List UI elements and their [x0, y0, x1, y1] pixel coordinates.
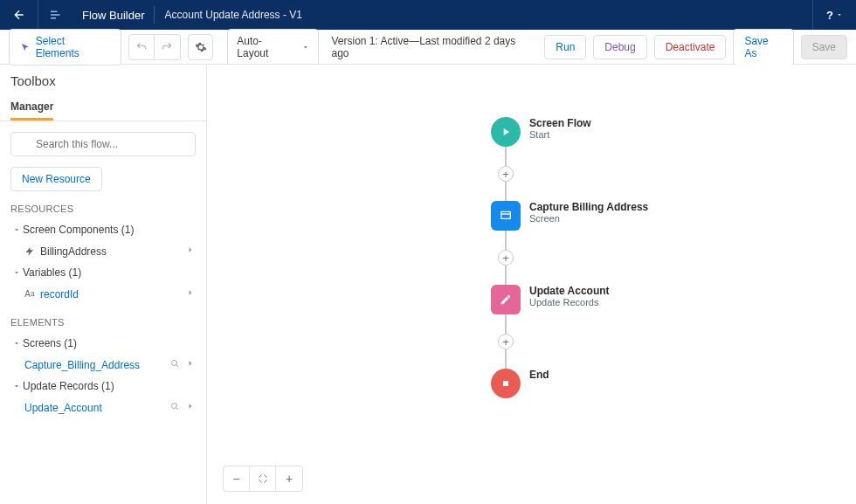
layout-mode-label: Auto-Layout — [237, 35, 292, 59]
search-icon — [169, 401, 180, 411]
fit-icon — [258, 473, 268, 484]
app-header: Flow Builder Account Update Address - V1… — [0, 0, 856, 30]
screen-icon — [491, 201, 521, 231]
flow: Screen Flow Start + Capture Billing Addr… — [491, 117, 648, 398]
run-button[interactable]: Run — [544, 35, 586, 59]
node-text: End — [529, 369, 549, 381]
tree-group-label: Update Records (1) — [23, 380, 196, 392]
gear-icon — [195, 41, 207, 53]
arrow-left-icon — [12, 8, 26, 22]
tree-item-capture-billing-address[interactable]: Capture_Billing_Address — [10, 354, 196, 376]
tree-item-recordid[interactable]: Aa recordId — [10, 283, 196, 305]
node-update[interactable]: Update Account Update Records — [491, 285, 648, 314]
tree-group-screens[interactable]: Screens (1) — [10, 333, 196, 354]
edit-icon — [491, 285, 521, 314]
tree-item-update-account[interactable]: Update_Account — [10, 397, 196, 418]
connector — [505, 182, 507, 201]
sidebar-tabs: Manager — [0, 93, 206, 121]
help-button[interactable]: ? — [812, 0, 856, 30]
chevron-right-icon — [185, 287, 196, 298]
play-icon — [491, 117, 521, 147]
chevron-down-icon — [836, 11, 843, 18]
connector — [505, 147, 507, 166]
canvas[interactable]: Screen Flow Start + Capture Billing Addr… — [207, 65, 856, 504]
chevron-down-icon — [12, 382, 21, 390]
tree-item-label: Capture_Billing_Address — [23, 359, 164, 371]
search-wrap — [10, 132, 196, 156]
add-node-button[interactable]: + — [498, 166, 514, 182]
search-icon — [169, 358, 180, 369]
tree-item-label: recordId — [37, 288, 180, 300]
tree-group-variables[interactable]: Variables (1) — [10, 262, 196, 283]
svg-point-2 — [172, 404, 177, 409]
chevron-right-icon — [185, 245, 196, 255]
elements-section-label: ELEMENTS — [10, 317, 196, 328]
back-button[interactable] — [0, 0, 38, 30]
select-elements-button[interactable]: Select Elements — [9, 29, 121, 66]
settings-button[interactable] — [188, 34, 213, 60]
app-title: Flow Builder — [73, 9, 154, 22]
debug-button[interactable]: Debug — [593, 35, 646, 59]
new-resource-button[interactable]: New Resource — [10, 167, 102, 191]
version-status: Version 1: Active—Last modified 2 days a… — [326, 35, 537, 59]
undo-icon — [135, 41, 148, 53]
undo-button[interactable] — [128, 34, 155, 60]
chevron-down-icon — [12, 268, 21, 277]
connector — [505, 266, 507, 285]
node-subtitle: Start — [529, 129, 591, 140]
chevron-down-icon — [12, 339, 21, 348]
deactivate-button[interactable]: Deactivate — [654, 35, 727, 59]
redo-icon — [161, 41, 173, 53]
resources-section-label: RESOURCES — [10, 204, 196, 214]
layout-mode-select[interactable]: Auto-Layout — [227, 29, 319, 66]
tree-group-label: Variables (1) — [23, 266, 196, 279]
node-end[interactable]: End — [491, 369, 648, 398]
node-subtitle: Update Records — [529, 297, 610, 307]
toolbar: Select Elements Auto-Layout Version 1: A… — [0, 30, 856, 65]
redo-button[interactable] — [155, 34, 181, 60]
tree-group-label: Screen Components (1) — [23, 224, 196, 236]
tree-group-label: Screens (1) — [23, 337, 196, 349]
zoom-out-button[interactable]: − — [224, 466, 250, 491]
sidebar-title: Toolbox — [0, 65, 206, 93]
cursor-icon — [20, 42, 31, 52]
tree-item-label: Update_Account — [23, 402, 164, 414]
node-title: End — [529, 369, 549, 381]
node-title: Screen Flow — [529, 117, 591, 129]
tree-group-screen-components[interactable]: Screen Components (1) — [10, 219, 196, 240]
connector — [505, 231, 507, 250]
tab-manager[interactable]: Manager — [10, 93, 53, 121]
zoom-fit-button[interactable] — [250, 466, 276, 491]
flow-builder-icon — [38, 7, 73, 23]
tree-group-update-records[interactable]: Update Records (1) — [10, 376, 196, 397]
workspace: Toolbox Manager New Resource RESOURCES S… — [0, 65, 856, 504]
save-button: Save — [801, 35, 847, 59]
connector — [505, 349, 507, 369]
chevron-down-icon — [301, 43, 310, 52]
search-input[interactable] — [10, 132, 196, 156]
select-elements-label: Select Elements — [36, 35, 110, 59]
node-text: Capture Billing Address Screen — [529, 201, 648, 224]
connector — [505, 314, 507, 334]
tree-item-label: BillingAddress — [37, 245, 180, 258]
lightning-icon — [24, 246, 35, 257]
node-subtitle: Screen — [529, 213, 648, 224]
node-start[interactable]: Screen Flow Start — [491, 117, 648, 147]
zoom-control: − + — [223, 466, 303, 492]
tree-item-billingaddress[interactable]: BillingAddress — [10, 240, 196, 262]
help-icon: ? — [826, 9, 833, 22]
node-screen[interactable]: Capture Billing Address Screen — [491, 201, 648, 231]
add-node-button[interactable]: + — [498, 334, 514, 349]
svg-rect-3 — [501, 211, 511, 218]
node-text: Screen Flow Start — [529, 117, 591, 140]
chevron-right-icon — [185, 401, 196, 411]
svg-rect-4 — [503, 381, 508, 386]
zoom-in-button[interactable]: + — [276, 466, 302, 491]
svg-point-1 — [172, 361, 177, 366]
save-as-button[interactable]: Save As — [733, 29, 793, 66]
node-text: Update Account Update Records — [529, 285, 610, 307]
stop-icon — [491, 369, 521, 398]
flow-name: Account Update Address - V1 — [155, 9, 313, 21]
add-node-button[interactable]: + — [498, 250, 514, 266]
undo-redo-group — [128, 34, 181, 60]
